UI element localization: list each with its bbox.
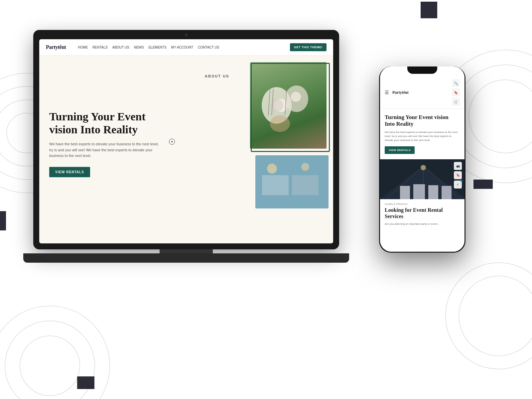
- phone-hero-title: Turning Your Event vision Into Reality: [385, 114, 460, 128]
- phone-nav: ☰ Partytênt 🔍 🔖 🛒: [380, 76, 465, 109]
- phone-content: ☰ Partytênt 🔍 🔖 🛒 Turning Your Event vis…: [380, 66, 465, 252]
- nav-news[interactable]: NEWS: [134, 46, 144, 49]
- phone-screen: ☰ Partytênt 🔍 🔖 🛒 Turning Your Event vis…: [380, 66, 465, 252]
- phone-venue-image: 📷 🔖 ✓: [380, 159, 465, 199]
- laptop-camera: [185, 33, 188, 37]
- svg-point-5: [454, 65, 532, 168]
- svg-point-11: [459, 276, 532, 356]
- site-logo: Partytênt: [46, 44, 66, 50]
- nav-about[interactable]: ABOUT US: [112, 46, 129, 49]
- laptop-screen: Partytênt HOME RENTALS ABOUT US NEWS ELE…: [39, 39, 333, 243]
- svg-point-6: [469, 80, 532, 153]
- phone-quality-label: Quality & Efficience: [380, 199, 465, 207]
- deco-square-top-right: [421, 2, 437, 18]
- hero-secondary-image: [255, 155, 329, 208]
- phone-bookmark-icon[interactable]: 🔖: [452, 88, 460, 96]
- phone-body: ☰ Partytênt 🔍 🔖 🛒 Turning Your Event vis…: [379, 66, 466, 253]
- nav-home[interactable]: HOME: [78, 46, 88, 49]
- hamburger-icon[interactable]: ☰: [385, 90, 389, 95]
- phone-view-rentals-button[interactable]: VIEW RENTALS: [385, 146, 415, 154]
- phone-venue-icons: 📷 🔖 ✓: [454, 162, 462, 189]
- phone-search-icon[interactable]: 🔍: [452, 79, 460, 87]
- nav-account[interactable]: MY ACCOUNT: [171, 46, 194, 49]
- svg-point-10: [446, 263, 532, 369]
- laptop-device: Partytênt HOME RENTALS ABOUT US NEWS ELE…: [33, 30, 339, 263]
- nav-elements[interactable]: ELEMENTS: [149, 46, 167, 49]
- phone-quality-desc: Are you planning an important party or e…: [380, 222, 465, 226]
- hero-section: Turning Your Event vision Into Reality W…: [39, 56, 333, 222]
- view-rentals-button[interactable]: VIEW RENTALS: [49, 167, 90, 177]
- phone-overlay-icon1[interactable]: 📷: [454, 162, 462, 170]
- site-navigation: Partytênt HOME RENTALS ABOUT US NEWS ELE…: [39, 39, 333, 56]
- nav-contact[interactable]: CONTACT US: [198, 46, 219, 49]
- hero-left-content: Turning Your Event vision Into Reality W…: [39, 56, 179, 222]
- laptop-stand: [160, 249, 213, 253]
- deco-square-right-middle: [473, 180, 493, 189]
- about-us-floating-label: ABOUT US: [205, 74, 229, 78]
- phone-cart-icon[interactable]: 🛒: [452, 98, 460, 106]
- deco-square-bottom-center: [77, 376, 94, 389]
- nav-links: HOME RENTALS ABOUT US NEWS ELEMENTS MY A…: [78, 46, 285, 49]
- phone-overlay-icon3[interactable]: ✓: [454, 181, 462, 189]
- hero-description: We have the best experts to elevate your…: [49, 141, 162, 159]
- phone-logo: Partytênt: [392, 90, 409, 95]
- deco-square-middle-left: [0, 211, 6, 230]
- hero-dot-indicator: [169, 139, 175, 145]
- nav-cta-button[interactable]: GET THIS THEME!: [290, 43, 327, 51]
- laptop-body: Partytênt HOME RENTALS ABOUT US NEWS ELE…: [33, 30, 339, 249]
- phone-action-icons: 🔍 🔖 🛒: [452, 79, 460, 106]
- svg-point-9: [20, 336, 80, 396]
- phone-quality-title: Looking for Event Rental Services: [380, 207, 465, 222]
- hero-title: Turning Your Event vision Into Reality: [49, 110, 169, 136]
- phone-overlay-icon2[interactable]: 🔖: [454, 171, 462, 179]
- phone-hero-section: Turning Your Event vision Into Reality W…: [380, 109, 465, 159]
- phone-hero-desc: We have the best experts to elevate your…: [385, 130, 460, 142]
- hero-teal-border: [251, 63, 330, 152]
- phone-device: ☰ Partytênt 🔍 🔖 🛒 Turning Your Event vis…: [379, 66, 466, 253]
- nav-rentals[interactable]: RENTALS: [92, 46, 107, 49]
- phone-notch: [407, 66, 437, 74]
- laptop-base: [23, 253, 349, 263]
- hero-images: [194, 56, 333, 222]
